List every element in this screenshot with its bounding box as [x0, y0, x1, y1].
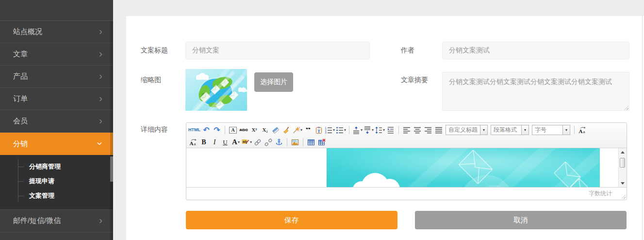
- underline-icon[interactable]: U: [220, 137, 230, 147]
- toolbar-separator: [398, 126, 399, 134]
- strikethrough-icon[interactable]: ABC: [239, 125, 248, 135]
- italic-icon-glyph: I: [214, 139, 216, 146]
- custom-title-select-label: 自定义标题: [446, 125, 480, 135]
- rich-text-editor: HTML↶↷AABCX²X₂▾“T123▾▾▾▾▾自定义标题▾段落格式▾字号▾A…: [186, 122, 627, 200]
- submenu-item-1[interactable]: 提现申请: [0, 174, 113, 189]
- blockquote-icon[interactable]: “: [303, 125, 313, 135]
- anchor-icon[interactable]: [274, 137, 284, 147]
- sidebar-header: [0, 0, 113, 21]
- chevron-down-icon[interactable]: ▾: [300, 128, 302, 132]
- sidebar-submenu: 分销商管理提现申请文案管理: [0, 155, 113, 210]
- submenu-item-0[interactable]: 分销商管理: [0, 159, 113, 174]
- sidebar-item-3[interactable]: 订单›: [0, 88, 113, 110]
- sidebar-item-0[interactable]: 站点概况›: [0, 21, 113, 43]
- sidebar-item-5[interactable]: 分销›: [0, 133, 113, 155]
- chevron-down-icon[interactable]: ▾: [250, 140, 252, 144]
- chevron-down-icon[interactable]: ▾: [521, 125, 528, 135]
- chevron-down-icon[interactable]: ▾: [372, 128, 374, 132]
- indent-icon[interactable]: [386, 125, 396, 135]
- chevron-down-icon[interactable]: ▾: [480, 125, 487, 135]
- svg-text:A: A: [579, 128, 583, 134]
- save-button[interactable]: 保存: [186, 211, 397, 229]
- bold-icon[interactable]: B: [199, 137, 209, 147]
- sidebar-item-label: 会员: [13, 117, 28, 126]
- insert-image-icon[interactable]: [290, 137, 300, 147]
- undo-icon[interactable]: ↶: [201, 125, 211, 135]
- sidebar-item-4[interactable]: 会员›: [0, 110, 113, 133]
- editor-content[interactable]: [186, 148, 627, 187]
- space-after-paragraph-icon[interactable]: ▾: [363, 125, 374, 135]
- toolbar-separator: [225, 126, 225, 134]
- scrollbar-up-button[interactable]: [619, 148, 627, 155]
- delete-table-icon[interactable]: [317, 137, 327, 147]
- choose-image-button[interactable]: 选择图片: [254, 72, 293, 92]
- toolbar-separator: [303, 138, 303, 146]
- autotypeset-icon[interactable]: A: [228, 125, 238, 135]
- page-right-gutter: [642, 16, 644, 240]
- font-size-select-label: 字号: [532, 125, 562, 135]
- scrollbar-down-button[interactable]: [619, 180, 627, 187]
- align-right-icon[interactable]: [423, 125, 433, 135]
- sidebar-item-6[interactable]: 邮件/短信/微信›: [0, 210, 113, 232]
- source-code-icon[interactable]: HTML: [188, 125, 200, 135]
- sidebar-scrollbar-thumb[interactable]: [110, 156, 113, 182]
- sidebar-scrollbar-track[interactable]: [110, 21, 113, 240]
- superscript-icon[interactable]: X²: [249, 125, 259, 135]
- chevron-down-icon[interactable]: ▾: [344, 128, 346, 132]
- redo-icon-glyph: ↷: [214, 126, 220, 134]
- font-case-icon[interactable]: Aa: [578, 125, 587, 135]
- toolbar-separator: [349, 126, 349, 134]
- align-left-icon[interactable]: [402, 125, 412, 135]
- sidebar-item-label: 订单: [13, 94, 28, 103]
- sidebar-item-1[interactable]: 文章›: [0, 43, 113, 66]
- custom-title-select[interactable]: 自定义标题▾: [446, 125, 488, 135]
- link-icon[interactable]: [253, 137, 263, 147]
- italic-icon[interactable]: I: [210, 137, 219, 147]
- case-convert-icon[interactable]: Aa: [188, 137, 198, 147]
- highlight-icon[interactable]: ab▾: [242, 137, 252, 147]
- unordered-list-icon[interactable]: ▾: [336, 125, 346, 135]
- chevron-down-icon[interactable]: ▾: [333, 128, 335, 132]
- underline-icon-glyph: U: [223, 139, 227, 145]
- chevron-down-icon[interactable]: ▾: [383, 128, 385, 132]
- author-label: 作者: [401, 46, 414, 55]
- chevron-down-icon[interactable]: ▾: [361, 128, 363, 132]
- sidebar-item-2[interactable]: 产品›: [0, 66, 113, 88]
- sidebar-item-label: 文章: [13, 50, 28, 59]
- paragraph-format-select[interactable]: 段落格式▾: [491, 125, 529, 135]
- auto-format-icon[interactable]: ▾: [292, 125, 302, 135]
- clear-format-icon[interactable]: [281, 125, 291, 135]
- insert-table-icon[interactable]: [306, 137, 316, 147]
- editor-scrollbar[interactable]: [618, 148, 627, 187]
- editor-banner-image[interactable]: [327, 148, 600, 187]
- chevron-down-icon[interactable]: ▾: [238, 140, 240, 144]
- sidebar-item-label: 邮件/短信/微信: [13, 216, 61, 225]
- svg-text:3: 3: [325, 131, 327, 134]
- font-size-select[interactable]: 字号▾: [532, 125, 570, 135]
- editor-resize-grip[interactable]: [620, 193, 626, 199]
- subscript-icon[interactable]: X₂: [260, 125, 270, 135]
- paste-text-icon[interactable]: T: [314, 125, 324, 135]
- title-input[interactable]: [185, 42, 370, 59]
- space-before-paragraph-icon[interactable]: ▾: [352, 125, 363, 135]
- svg-text:A: A: [190, 140, 194, 146]
- scrollbar-thumb[interactable]: [620, 158, 625, 168]
- editor-toolbar-row1: HTML↶↷AABCX²X₂▾“T123▾▾▾▾▾自定义标题▾段落格式▾字号▾A…: [188, 124, 625, 136]
- align-center-icon[interactable]: [413, 125, 422, 135]
- summary-textarea[interactable]: 分销文案测试分销文案测试分销文案测试分销文案测试: [442, 72, 629, 111]
- wordcount-label: 字数统计: [589, 190, 612, 197]
- chevron-right-icon: ›: [99, 70, 102, 81]
- unlink-icon[interactable]: [264, 137, 273, 147]
- align-justify-icon[interactable]: [434, 125, 444, 135]
- submenu-item-2[interactable]: 文案管理: [0, 189, 113, 203]
- line-height-icon[interactable]: ▾: [375, 125, 385, 135]
- font-color-icon[interactable]: A▾: [231, 137, 241, 147]
- eraser-icon[interactable]: [271, 125, 281, 135]
- cancel-button[interactable]: 取消: [415, 211, 627, 229]
- redo-icon[interactable]: ↷: [212, 125, 222, 135]
- subscript-icon-glyph: X₂: [262, 127, 267, 133]
- author-input[interactable]: [442, 42, 629, 59]
- chevron-down-icon[interactable]: ▾: [562, 125, 570, 135]
- sidebar-menu: 站点概况›文章›产品›订单›会员›分销›分销商管理提现申请文案管理邮件/短信/微…: [0, 21, 113, 232]
- ordered-list-icon[interactable]: 123▾: [325, 125, 335, 135]
